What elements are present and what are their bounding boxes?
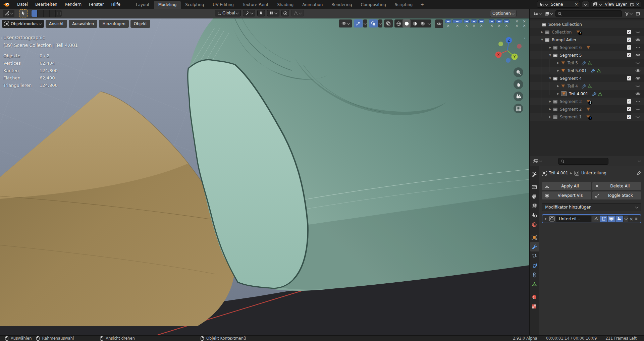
gizmos-toggle[interactable]	[354, 19, 363, 27]
exclude-icon[interactable]: ×	[523, 24, 526, 27]
collection-visibility-pill[interactable]	[496, 19, 502, 23]
pin-icon[interactable]	[637, 171, 641, 175]
axis-ball-neg-y[interactable]	[498, 42, 503, 46]
shading-wireframe[interactable]	[394, 19, 402, 27]
properties-tab-particles[interactable]	[530, 251, 539, 261]
outliner-search-input[interactable]	[555, 10, 622, 17]
workspace-tab-compositing[interactable]: Compositing	[357, 1, 390, 9]
workspace-tab-uv-editing[interactable]: UV Editing	[208, 1, 238, 9]
transform-orientation-dropdown[interactable]: Global	[215, 10, 241, 16]
properties-tab-view-layer[interactable]	[530, 201, 539, 211]
outliner-row-collection[interactable]: ▶Collection7✓	[530, 28, 644, 36]
outliner-row-segment-2[interactable]: ▶Segment 2✓	[530, 105, 644, 113]
show-eye-icon[interactable]	[635, 30, 641, 34]
properties-tab-object[interactable]	[530, 233, 539, 242]
viewport-vis-button[interactable]: Viewport Vis	[542, 191, 591, 200]
hide-eye-icon[interactable]	[635, 68, 641, 73]
exclude-icon[interactable]: ×	[456, 24, 459, 27]
outliner-row-teil-4[interactable]: ▶Teil 4	[530, 82, 644, 90]
viewport-menu-hinzuf-gen[interactable]: Hinzufügen	[99, 20, 128, 28]
mode-dropdown[interactable]: Objektmodus	[2, 20, 44, 28]
exclude-icon[interactable]: ×	[472, 24, 475, 27]
menu-rendern[interactable]: Rendern	[61, 1, 85, 8]
expander-icon[interactable]: ▶	[555, 61, 561, 64]
modifier-extras-dropdown[interactable]	[624, 216, 628, 222]
hide-eye-icon[interactable]	[635, 53, 641, 57]
scene-selector[interactable]: Scene ×	[537, 1, 580, 8]
viewport-menu-objekt[interactable]: Objekt	[130, 20, 150, 28]
expander-icon[interactable]: ▶	[555, 84, 561, 88]
overlays-toggle[interactable]	[369, 19, 378, 27]
camera-view-button[interactable]	[514, 92, 523, 101]
collection-checkbox[interactable]: ✓	[627, 45, 631, 50]
add-workspace-button[interactable]: +	[417, 1, 427, 8]
breadcrumb-modifier[interactable]: Unterteilung	[581, 171, 606, 175]
outliner-row-segment-3[interactable]: ▶Segment 32✓	[530, 98, 644, 105]
properties-search-input[interactable]	[558, 158, 608, 165]
properties-tab-modifiers[interactable]	[530, 242, 539, 251]
menu-fenster[interactable]: Fenster	[85, 1, 108, 8]
collection-visibility-pill[interactable]	[503, 19, 509, 23]
outliner-filter-dropdown[interactable]	[624, 11, 633, 16]
show-eye-icon[interactable]	[635, 99, 641, 104]
hide-eye-icon[interactable]	[635, 92, 641, 96]
expander-icon[interactable]: ▼	[539, 38, 545, 41]
outliner-row-teil-4-001[interactable]: ▶Teil 4.001	[530, 90, 644, 98]
collection-toggle-6[interactable]: ×	[488, 19, 495, 27]
properties-display-dropdown[interactable]	[533, 158, 542, 164]
collection-checkbox[interactable]: ✓	[627, 30, 631, 34]
new-collection-button[interactable]	[635, 11, 641, 17]
overlays-dropdown[interactable]	[378, 19, 382, 27]
expander-icon[interactable]: ▶	[555, 69, 561, 72]
xray-toggle[interactable]	[384, 19, 393, 27]
modifier-panel-subdivision[interactable]: ▶ Unterteil...	[542, 214, 641, 223]
collection-toggle-3[interactable]: ×	[471, 19, 477, 27]
exclude-icon[interactable]: ×	[515, 24, 518, 27]
toggle-stack-button[interactable]: Toggle Stack	[592, 191, 641, 200]
workspace-tab-sculpting[interactable]: Sculpting	[181, 1, 208, 9]
select-mode-invert[interactable]	[50, 10, 56, 17]
modifier-render-toggle[interactable]	[615, 216, 623, 222]
editor-type-button[interactable]	[3, 10, 14, 17]
modifier-on-cage-toggle[interactable]	[592, 216, 600, 222]
collection-visibility-pill[interactable]	[489, 19, 495, 23]
collection-checkbox[interactable]: ✓	[627, 107, 631, 111]
viewport-3d[interactable]: Objektmodus AnsichtAuswählenHinzufügenOb…	[0, 18, 529, 335]
collection-toggle-7[interactable]: ×	[496, 19, 502, 27]
axis-ball-neg-x[interactable]	[517, 44, 522, 49]
collection-checkbox[interactable]: ✓	[627, 53, 631, 57]
collection-visibility-popover[interactable]	[435, 19, 443, 28]
workspace-tab-modeling[interactable]: Modeling	[154, 1, 181, 9]
outliner-filter-view-dropdown[interactable]	[544, 11, 553, 17]
collection-toggle-4[interactable]: ×	[478, 19, 485, 27]
collection-visibility-pill[interactable]	[445, 19, 451, 23]
active-tool-select-box[interactable]	[19, 9, 28, 17]
axis-ball-x[interactable]: X	[495, 52, 502, 58]
properties-options-dropdown[interactable]	[638, 159, 641, 163]
select-mode-set[interactable]	[32, 10, 38, 17]
proportional-editing-toggle[interactable]	[281, 10, 289, 16]
modifier-realtime-toggle[interactable]	[608, 216, 615, 222]
breadcrumb-object[interactable]: Teil 4.001	[549, 171, 568, 175]
exclude-icon[interactable]: ×	[465, 24, 468, 27]
collection-checkbox[interactable]: ✓	[627, 76, 631, 80]
navigation-gizmo[interactable]: Z X Y	[489, 31, 526, 68]
exclude-icon[interactable]: ×	[446, 24, 449, 27]
expander-icon[interactable]: ▶	[547, 100, 553, 103]
proportional-falloff-dropdown[interactable]	[291, 10, 304, 16]
shading-solid[interactable]	[402, 19, 411, 27]
snap-target-dropdown[interactable]	[267, 10, 279, 16]
modifier-delete-icon[interactable]: ×	[629, 217, 633, 221]
select-mode-extend[interactable]	[38, 10, 44, 17]
gizmos-dropdown[interactable]	[363, 19, 367, 27]
collection-checkbox[interactable]: ✓	[627, 99, 631, 104]
expander-icon[interactable]: ▼	[547, 54, 553, 57]
expander-icon[interactable]: ▶	[547, 46, 553, 49]
apply-all-button[interactable]: Apply All	[542, 182, 591, 190]
exclude-icon[interactable]: ×	[497, 24, 500, 27]
workspace-tab-texture-paint[interactable]: Texture Paint	[238, 1, 273, 9]
collection-visibility-pill[interactable]	[464, 19, 470, 23]
hide-eye-icon[interactable]	[635, 76, 641, 80]
hide-eye-icon[interactable]	[635, 38, 641, 42]
workspace-tab-animation[interactable]: Animation	[298, 1, 327, 9]
